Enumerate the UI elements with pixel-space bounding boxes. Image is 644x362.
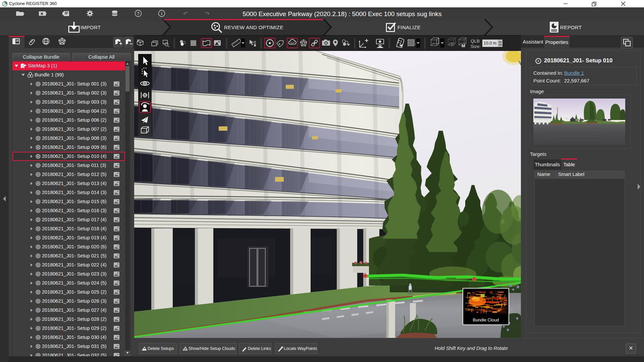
svg-text:10.0 m: 10.0 m xyxy=(484,41,496,46)
svg-text:i: i xyxy=(161,11,162,16)
svg-text:?: ? xyxy=(137,11,140,16)
svg-text:QLB: QLB xyxy=(471,39,480,44)
svg-text:M: M xyxy=(462,43,465,48)
svg-text:Size:: Size: xyxy=(471,44,481,49)
